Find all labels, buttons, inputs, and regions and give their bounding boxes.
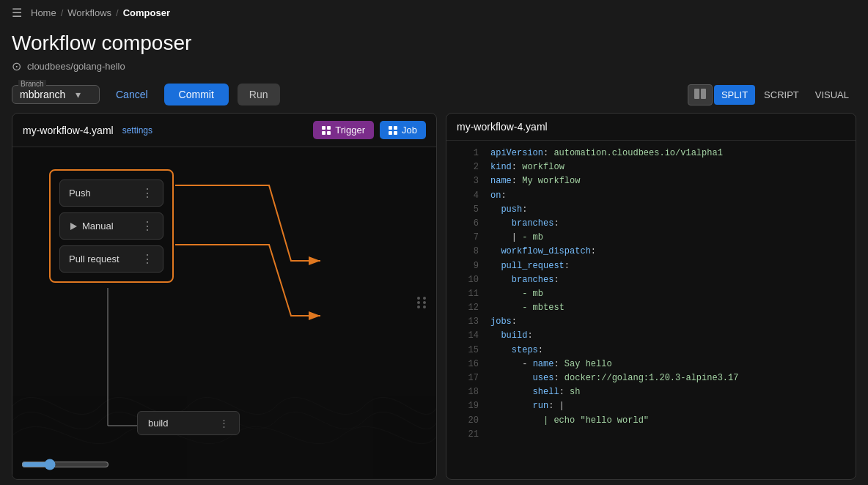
svg-point-10 bbox=[423, 301, 426, 304]
pull-request-label: Pull request bbox=[69, 253, 119, 264]
svg-point-7 bbox=[417, 297, 420, 300]
code-line-12: 12 - mbtest bbox=[446, 301, 856, 315]
svg-marker-2 bbox=[70, 223, 77, 230]
split-button[interactable]: SPLIT bbox=[714, 85, 755, 105]
branch-label: Branch bbox=[18, 80, 46, 88]
play-icon bbox=[69, 222, 78, 231]
pull-request-trigger[interactable]: Pull request ⋮ bbox=[59, 245, 163, 273]
code-line-3: 3 name: My workflow bbox=[446, 174, 856, 188]
code-line-7: 7 | - mb bbox=[446, 231, 856, 245]
page-header: Workflow composer ⊙ cloudbees/golang-hel… bbox=[0, 26, 868, 76]
add-trigger-button[interactable]: Trigger bbox=[313, 121, 374, 139]
trigger-group: Push ⋮ Manual ⋮ Pull request ⋮ bbox=[49, 169, 174, 283]
handle-icon bbox=[416, 295, 427, 310]
repo-info: ⊙ cloudbees/golang-hello bbox=[12, 59, 856, 73]
pull-request-menu-icon[interactable]: ⋮ bbox=[141, 252, 154, 266]
code-line-17: 17 uses: docker://golang:1.20.3-alpine3.… bbox=[446, 371, 856, 385]
panel-actions: Trigger Job bbox=[313, 121, 426, 139]
chevron-down-icon: ▾ bbox=[76, 89, 81, 100]
manual-trigger-content: Manual bbox=[69, 221, 114, 232]
code-line-21: 21 bbox=[446, 428, 856, 442]
code-line-11: 11 - mb bbox=[446, 287, 856, 301]
build-label: build bbox=[148, 418, 168, 429]
svg-rect-1 bbox=[701, 89, 706, 99]
manual-trigger[interactable]: Manual ⋮ bbox=[59, 212, 163, 240]
wave-background bbox=[12, 333, 436, 479]
zoom-slider bbox=[21, 459, 139, 470]
canvas-handle[interactable] bbox=[416, 295, 427, 314]
commit-button[interactable]: Commit bbox=[164, 84, 229, 105]
build-job[interactable]: build ⋮ bbox=[137, 411, 240, 435]
code-panel: my-workflow-4.yaml 1 apiVersion: automat… bbox=[446, 113, 856, 480]
add-job-button[interactable]: Job bbox=[380, 121, 426, 139]
job-label: Job bbox=[402, 125, 417, 136]
nav-sep-1: / bbox=[61, 7, 64, 18]
code-line-15: 15 steps: bbox=[446, 344, 856, 358]
settings-link[interactable]: settings bbox=[122, 125, 152, 136]
branch-selector[interactable]: Branch mbbranch ▾ bbox=[12, 85, 100, 104]
svg-point-9 bbox=[417, 301, 420, 304]
grid-icon-job bbox=[389, 126, 397, 135]
code-line-13: 13 jobs: bbox=[446, 315, 856, 329]
main-content: my-workflow-4.yaml settings Trigger Job bbox=[0, 113, 868, 485]
manual-label: Manual bbox=[82, 221, 114, 232]
svg-point-8 bbox=[423, 297, 426, 300]
code-line-18: 18 shell: sh bbox=[446, 385, 856, 399]
visual-button[interactable]: VISUAL bbox=[808, 85, 856, 105]
visual-filename: my-workflow-4.yaml bbox=[23, 125, 114, 136]
zoom-range-input[interactable] bbox=[21, 459, 109, 470]
script-button[interactable]: SCRIPT bbox=[757, 85, 806, 105]
code-line-16: 16 - name: Say hello bbox=[446, 358, 856, 371]
repo-name: cloudbees/golang-hello bbox=[27, 61, 125, 72]
nav-sep-2: / bbox=[116, 7, 119, 18]
push-trigger[interactable]: Push ⋮ bbox=[59, 179, 163, 207]
cancel-button[interactable]: Cancel bbox=[108, 84, 155, 105]
code-line-1: 1 apiVersion: automation.cloudbees.io/v1… bbox=[446, 147, 856, 160]
github-icon: ⊙ bbox=[12, 59, 21, 73]
code-line-8: 8 workflow_dispatch: bbox=[446, 245, 856, 259]
code-panel-header: my-workflow-4.yaml bbox=[446, 114, 856, 141]
build-menu-icon[interactable]: ⋮ bbox=[219, 418, 229, 429]
push-label: Push bbox=[69, 188, 91, 199]
grid-icon bbox=[322, 126, 331, 135]
code-line-10: 10 branches: bbox=[446, 273, 856, 287]
visual-canvas: Push ⋮ Manual ⋮ Pull request ⋮ bbox=[12, 147, 436, 479]
code-line-6: 6 branches: bbox=[446, 217, 856, 231]
nav-workflows[interactable]: Workflows bbox=[67, 7, 111, 18]
view-toggle: SPLIT SCRIPT VISUAL bbox=[688, 84, 856, 105]
code-content[interactable]: 1 apiVersion: automation.cloudbees.io/v1… bbox=[446, 141, 856, 479]
toolbar: Branch mbbranch ▾ Cancel Commit Run SPLI… bbox=[0, 76, 868, 113]
split-view-icon-button[interactable] bbox=[688, 84, 713, 105]
visual-panel: my-workflow-4.yaml settings Trigger Job bbox=[12, 113, 437, 480]
manual-menu-icon[interactable]: ⋮ bbox=[141, 219, 154, 233]
code-line-14: 14 build: bbox=[446, 329, 856, 343]
svg-point-12 bbox=[423, 306, 426, 308]
code-line-9: 9 pull_request: bbox=[446, 259, 856, 273]
page-title: Workflow composer bbox=[12, 32, 856, 55]
top-nav: ☰ Home / Workflows / Composer bbox=[0, 0, 868, 26]
nav-home[interactable]: Home bbox=[31, 7, 56, 18]
svg-point-11 bbox=[417, 306, 420, 308]
code-line-20: 20 | echo "hello world" bbox=[446, 414, 856, 428]
push-menu-icon[interactable]: ⋮ bbox=[141, 186, 154, 200]
svg-rect-0 bbox=[694, 89, 699, 99]
code-line-19: 19 run: | bbox=[446, 399, 856, 413]
nav-current: Composer bbox=[123, 7, 170, 18]
code-line-5: 5 push: bbox=[446, 203, 856, 217]
trigger-label: Trigger bbox=[335, 125, 365, 136]
visual-panel-header: my-workflow-4.yaml settings Trigger Job bbox=[12, 114, 436, 147]
branch-name: mbbranch bbox=[20, 89, 65, 100]
hamburger-icon[interactable]: ☰ bbox=[12, 6, 22, 20]
code-line-4: 4 on: bbox=[446, 189, 856, 203]
code-line-2: 2 kind: workflow bbox=[446, 160, 856, 174]
run-button[interactable]: Run bbox=[238, 84, 280, 105]
